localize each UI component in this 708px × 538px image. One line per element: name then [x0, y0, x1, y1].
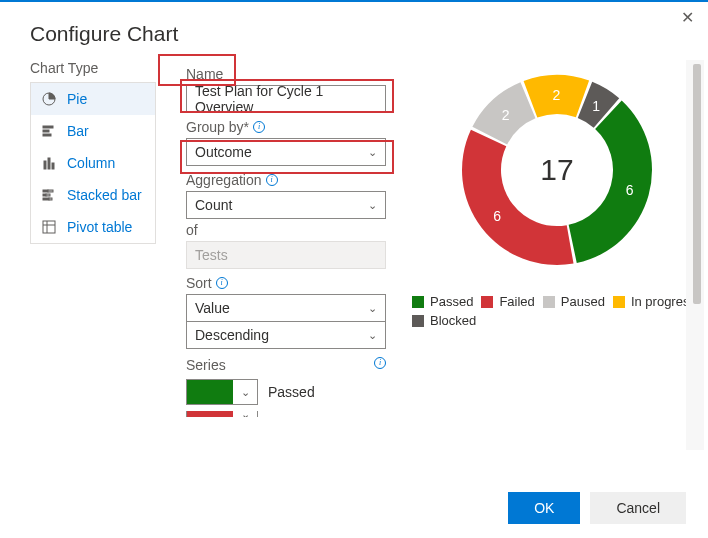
- preview-panel: 6622117 PassedFailedPausedIn progressBlo…: [394, 60, 702, 450]
- chevron-down-icon: ⌄: [368, 302, 377, 315]
- chevron-down-icon: ⌄: [233, 411, 257, 417]
- close-icon[interactable]: ✕: [681, 8, 694, 27]
- legend-label: Blocked: [430, 313, 476, 328]
- svg-rect-10: [46, 194, 50, 196]
- legend-item: Failed: [481, 294, 534, 309]
- chart-type-list: PieBarColumnStacked barPivot table: [30, 82, 156, 244]
- cancel-button[interactable]: Cancel: [590, 492, 686, 524]
- svg-rect-5: [48, 158, 50, 169]
- info-icon[interactable]: [266, 174, 278, 186]
- svg-rect-1: [43, 126, 53, 128]
- pie-icon: [41, 91, 57, 107]
- legend-item: In progress: [613, 294, 696, 309]
- series-row: ⌄Passed: [186, 379, 394, 405]
- slice-value: 1: [592, 98, 600, 114]
- legend-label: Paused: [561, 294, 605, 309]
- chart-type-label: Pie: [67, 91, 87, 107]
- series-name: Passed: [268, 384, 315, 400]
- legend-swatch: [412, 315, 424, 327]
- chevron-down-icon: ⌄: [233, 386, 257, 399]
- legend-item: Passed: [412, 294, 473, 309]
- svg-rect-6: [52, 163, 54, 169]
- svg-rect-3: [43, 134, 51, 136]
- column-icon: [41, 155, 57, 171]
- sort-select[interactable]: Value⌄: [186, 294, 386, 322]
- series-color-picker[interactable]: ⌄: [186, 379, 258, 405]
- dialog-footer: OK Cancel: [508, 492, 686, 524]
- donut-chart: 6622117: [447, 60, 667, 280]
- legend-swatch: [543, 296, 555, 308]
- pivot-icon: [41, 219, 57, 235]
- svg-rect-4: [44, 161, 46, 169]
- groupby-label: Group by*: [186, 119, 394, 135]
- of-label: of: [186, 222, 394, 238]
- scrollbar[interactable]: [686, 60, 704, 450]
- svg-rect-11: [43, 198, 49, 200]
- legend-item: Paused: [543, 294, 605, 309]
- chart-legend: PassedFailedPausedIn progressBlocked: [412, 294, 702, 328]
- slice-value: 2: [553, 87, 561, 103]
- info-icon[interactable]: [253, 121, 265, 133]
- series-row: ⌄: [186, 411, 394, 417]
- legend-label: Passed: [430, 294, 473, 309]
- chevron-down-icon: ⌄: [368, 146, 377, 159]
- chart-type-label: Pivot table: [67, 219, 132, 235]
- legend-label: Failed: [499, 294, 534, 309]
- chart-type-label: Chart Type: [30, 60, 156, 76]
- bar-icon: [41, 123, 57, 139]
- chart-type-stackedbar[interactable]: Stacked bar: [31, 179, 155, 211]
- ok-button[interactable]: OK: [508, 492, 580, 524]
- chart-type-label: Column: [67, 155, 115, 171]
- slice-value: 6: [626, 182, 634, 198]
- svg-rect-13: [43, 221, 55, 233]
- svg-rect-8: [48, 190, 53, 192]
- name-label: Name: [186, 66, 394, 82]
- chart-type-panel: Chart Type PieBarColumnStacked barPivot …: [30, 60, 156, 450]
- svg-rect-2: [43, 130, 49, 132]
- slice-value: 2: [502, 107, 510, 123]
- aggregation-select[interactable]: Count⌄: [186, 191, 386, 219]
- svg-rect-12: [49, 198, 52, 200]
- chart-type-pie[interactable]: Pie: [31, 83, 155, 115]
- donut-slice: [569, 100, 652, 262]
- legend-swatch: [481, 296, 493, 308]
- groupby-select[interactable]: Outcome⌄: [186, 138, 386, 166]
- slice-value: 6: [493, 208, 501, 224]
- chevron-down-icon: ⌄: [368, 329, 377, 342]
- form-panel: Name Test Plan for Cycle 1 Overview Grou…: [186, 60, 394, 450]
- chart-type-pivot[interactable]: Pivot table: [31, 211, 155, 243]
- aggregation-label: Aggregation: [186, 172, 394, 188]
- info-icon[interactable]: [374, 357, 386, 369]
- legend-item: Blocked: [412, 313, 476, 328]
- scrollbar-thumb[interactable]: [693, 64, 701, 304]
- chart-type-label: Stacked bar: [67, 187, 142, 203]
- donut-total: 17: [540, 153, 573, 186]
- sort-direction-select[interactable]: Descending⌄: [186, 321, 386, 349]
- info-icon[interactable]: [216, 277, 228, 289]
- chevron-down-icon: ⌄: [368, 199, 377, 212]
- series-color-picker[interactable]: ⌄: [186, 411, 258, 417]
- configure-chart-dialog: ✕ Configure Chart Chart Type PieBarColum…: [0, 0, 708, 538]
- color-swatch: [187, 380, 233, 404]
- name-input[interactable]: Test Plan for Cycle 1 Overview: [186, 85, 386, 113]
- dialog-title: Configure Chart: [0, 2, 708, 60]
- svg-rect-7: [43, 190, 48, 192]
- series-label: Series: [186, 357, 226, 373]
- chart-type-bar[interactable]: Bar: [31, 115, 155, 147]
- legend-swatch: [412, 296, 424, 308]
- chart-type-column[interactable]: Column: [31, 147, 155, 179]
- donut-slice: [462, 130, 574, 265]
- stackedbar-icon: [41, 187, 57, 203]
- color-swatch: [187, 411, 233, 417]
- chart-type-label: Bar: [67, 123, 89, 139]
- legend-swatch: [613, 296, 625, 308]
- sort-label: Sort: [186, 275, 394, 291]
- of-input: Tests: [186, 241, 386, 269]
